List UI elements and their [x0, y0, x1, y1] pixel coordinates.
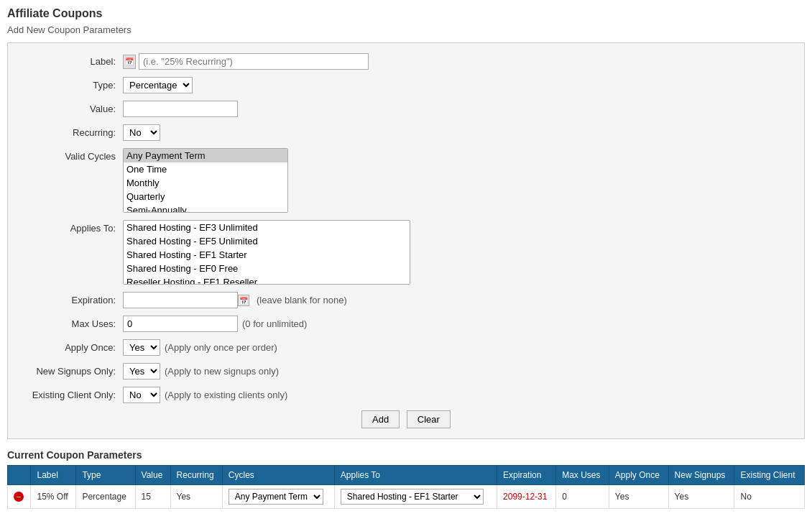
new-signups-label: New Signups Only: — [22, 363, 123, 377]
th-recurring: Recurring — [170, 466, 222, 485]
existing-client-row: Existing Client Only: No Yes (Apply to e… — [22, 387, 790, 403]
type-field-label: Type: — [22, 77, 123, 91]
label-row: Label: 📅 — [22, 53, 790, 70]
type-select[interactable]: Percentage Fixed — [123, 77, 193, 93]
row-cycles-select[interactable]: Any Payment Term One Time Monthly Quarte… — [229, 489, 323, 505]
th-applies-to: Applies To — [334, 466, 497, 485]
add-coupon-form: Label: 📅 Type: Percentage Fixed Value: R… — [7, 42, 805, 439]
table-header: Label Type Value Recurring Cycles Applie… — [8, 466, 805, 485]
th-apply-once: Apply Once — [609, 466, 668, 485]
apply-once-select[interactable]: Yes No — [123, 339, 160, 356]
new-signups-control: Yes No (Apply to new signups only) — [123, 363, 790, 380]
max-uses-input[interactable] — [123, 316, 238, 332]
expiration-date: 2099-12-31 — [503, 492, 547, 502]
table-row: − 15% Off Percentage 15 Yes Any Payment … — [8, 485, 805, 509]
new-signups-row: New Signups Only: Yes No (Apply to new s… — [22, 363, 790, 380]
applies-to-label: Applies To: — [22, 220, 123, 234]
recurring-select[interactable]: No Yes — [123, 124, 160, 141]
type-row: Type: Percentage Fixed — [22, 77, 790, 93]
th-max-uses: Max Uses — [556, 466, 609, 485]
new-signups-hint: (Apply to new signups only) — [165, 366, 279, 377]
th-existing-client: Existing Client — [734, 466, 805, 485]
row-type: Percentage — [76, 485, 135, 509]
max-uses-control: (0 for unlimited) — [123, 316, 790, 332]
value-row: Value: — [22, 101, 790, 117]
row-value: 15 — [135, 485, 170, 509]
max-uses-label: Max Uses: — [22, 316, 123, 329]
th-expiration: Expiration — [497, 466, 556, 485]
coupon-table: Label Type Value Recurring Cycles Applie… — [7, 465, 805, 509]
label-field-label: Label: — [22, 53, 123, 67]
apply-once-hint: (Apply only once per order) — [165, 342, 277, 353]
recurring-field-label: Recurring: — [22, 124, 123, 138]
apply-once-label: Apply Once: — [22, 339, 123, 353]
table-body: − 15% Off Percentage 15 Yes Any Payment … — [8, 485, 805, 509]
valid-cycles-listbox[interactable]: Any Payment Term One Time Monthly Quarte… — [123, 148, 288, 213]
value-field-label: Value: — [22, 101, 123, 114]
row-existing-client: No — [734, 485, 805, 509]
max-uses-hint: (0 for unlimited) — [242, 318, 307, 329]
row-remove-cell: − — [8, 485, 31, 509]
value-input[interactable] — [123, 101, 238, 117]
header-row: Label Type Value Recurring Cycles Applie… — [8, 466, 805, 485]
existing-client-label: Existing Client Only: — [22, 387, 123, 400]
th-remove — [8, 466, 31, 485]
applies-to-control: Shared Hosting - EF3 Unlimited Shared Ho… — [123, 220, 790, 285]
clear-button[interactable]: Clear — [407, 410, 451, 428]
expiration-input[interactable] — [123, 292, 238, 308]
existing-client-control: No Yes (Apply to existing clients only) — [123, 387, 790, 403]
valid-cycles-row: Valid Cycles Any Payment Term One Time M… — [22, 148, 790, 213]
page-subtitle: Add New Coupon Parameters — [7, 24, 805, 35]
apply-once-control: Yes No (Apply only once per order) — [123, 339, 790, 356]
th-value: Value — [135, 466, 170, 485]
row-applies-to-select[interactable]: Shared Hosting - EF3 Unlimited Shared Ho… — [341, 489, 484, 505]
add-button[interactable]: Add — [361, 410, 400, 428]
recurring-row: Recurring: No Yes — [22, 124, 790, 141]
value-control — [123, 101, 790, 117]
row-apply-once: Yes — [609, 485, 668, 509]
th-cycles: Cycles — [222, 466, 334, 485]
page-title: Affiliate Coupons — [7, 7, 805, 20]
row-label: 15% Off — [31, 485, 76, 509]
valid-cycles-control: Any Payment Term One Time Monthly Quarte… — [123, 148, 790, 213]
label-input[interactable] — [139, 53, 369, 70]
row-new-signups: Yes — [668, 485, 734, 509]
row-applies-to-cell: Shared Hosting - EF3 Unlimited Shared Ho… — [334, 485, 497, 509]
form-buttons: Add Clear — [22, 410, 790, 428]
apply-once-row: Apply Once: Yes No (Apply only once per … — [22, 339, 790, 356]
max-uses-row: Max Uses: (0 for unlimited) — [22, 316, 790, 332]
expiration-calendar-icon[interactable]: 📅 — [238, 295, 249, 306]
expiration-control: 📅 (leave blank for none) — [123, 292, 790, 308]
applies-to-listbox[interactable]: Shared Hosting - EF3 Unlimited Shared Ho… — [123, 220, 410, 285]
current-section-title: Current Coupon Parameters — [7, 449, 805, 461]
existing-client-hint: (Apply to existing clients only) — [165, 390, 287, 400]
valid-cycles-label: Valid Cycles — [22, 148, 123, 162]
recurring-control: No Yes — [123, 124, 790, 141]
row-cycles-cell: Any Payment Term One Time Monthly Quarte… — [222, 485, 334, 509]
expiration-label: Expiration: — [22, 292, 123, 305]
type-control: Percentage Fixed — [123, 77, 790, 93]
row-max-uses: 0 — [556, 485, 609, 509]
th-new-signups: New Signups — [668, 466, 734, 485]
th-label: Label — [31, 466, 76, 485]
row-expiration: 2099-12-31 — [497, 485, 556, 509]
applies-to-row: Applies To: Shared Hosting - EF3 Unlimit… — [22, 220, 790, 285]
expiration-row: Expiration: 📅 (leave blank for none) — [22, 292, 790, 308]
label-control: 📅 — [123, 53, 790, 70]
remove-button[interactable]: − — [14, 492, 24, 502]
existing-client-select[interactable]: No Yes — [123, 387, 160, 403]
th-type: Type — [76, 466, 135, 485]
row-recurring: Yes — [170, 485, 222, 509]
new-signups-select[interactable]: Yes No — [123, 363, 160, 380]
label-calendar-icon[interactable]: 📅 — [123, 55, 136, 69]
expiration-hint: (leave blank for none) — [257, 295, 347, 305]
